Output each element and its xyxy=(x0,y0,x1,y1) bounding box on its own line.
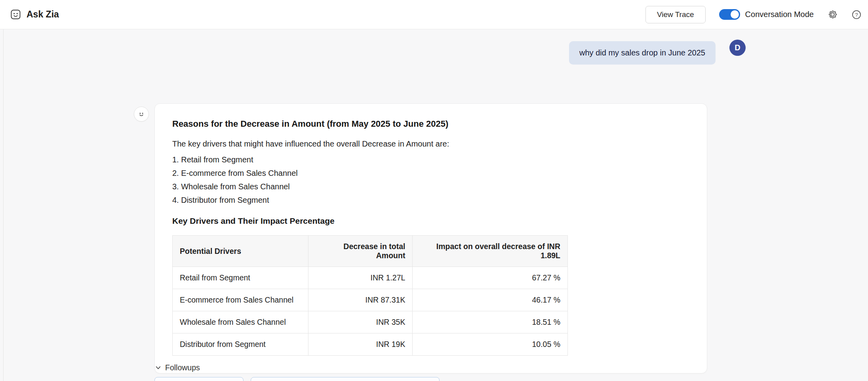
help-button[interactable]: ? xyxy=(851,10,862,20)
table-header-cell: Decrease in total Amount xyxy=(308,236,413,267)
help-icon: ? xyxy=(851,10,862,20)
table-cell: 46.17 % xyxy=(413,289,568,311)
followup-chip[interactable]: Which Sales Channel had the lowest Sales… xyxy=(251,377,440,381)
user-message-row: why did my sales drop in June 2025 D xyxy=(569,41,746,65)
response-subheading: Key Drivers and Their Impact Percentage xyxy=(172,216,689,226)
conversation-mode-label: Conversation Mode xyxy=(745,10,814,19)
app-title: Ask Zia xyxy=(27,9,59,20)
table-header-row: Potential Drivers Decrease in total Amou… xyxy=(173,236,568,267)
response-heading: Reasons for the Decrease in Amount (from… xyxy=(172,119,689,129)
driver-list: 1. Retail from Segment 2. E-commerce fro… xyxy=(172,153,689,207)
conversation-mode-toggle[interactable] xyxy=(719,9,740,20)
table-cell: INR 19K xyxy=(308,333,413,356)
user-avatar: D xyxy=(729,40,746,56)
table-row: Retail from Segment INR 1.27L 67.27 % xyxy=(173,267,568,289)
table-row: Wholesale from Sales Channel INR 35K 18.… xyxy=(173,311,568,333)
zia-face-icon xyxy=(137,110,146,118)
followup-chip[interactable]: Monthly Sales amount xyxy=(154,377,244,381)
table-header-cell: Potential Drivers xyxy=(173,236,308,267)
table-cell: Retail from Segment xyxy=(173,267,308,289)
zia-logo-icon xyxy=(10,9,21,20)
view-trace-button[interactable]: View Trace xyxy=(645,6,706,23)
table-cell: 10.05 % xyxy=(413,333,568,356)
assistant-response-card: Reasons for the Decrease in Amount (from… xyxy=(154,103,707,373)
toggle-knob xyxy=(731,10,739,19)
topbar: Ask Zia View Trace Conversation Mode ? xyxy=(0,0,868,29)
table-cell: E-commerce from Sales Channel xyxy=(173,289,308,311)
user-message-bubble: why did my sales drop in June 2025 xyxy=(569,41,716,65)
table-row: Distributor from Segment INR 19K 10.05 % xyxy=(173,333,568,356)
table-cell: Wholesale from Sales Channel xyxy=(173,311,308,333)
followup-chips: Monthly Sales amount Which Sales Channel… xyxy=(154,377,460,381)
settings-button[interactable] xyxy=(827,9,838,20)
driver-item: 4. Distributor from Segment xyxy=(172,193,689,207)
assistant-avatar xyxy=(134,107,149,122)
followups-label: Followups xyxy=(165,363,200,372)
table-cell: Distributor from Segment xyxy=(173,333,308,356)
driver-item: 1. Retail from Segment xyxy=(172,153,689,166)
table-cell: INR 87.31K xyxy=(308,289,413,311)
brand: Ask Zia xyxy=(10,9,59,20)
table-cell: 67.27 % xyxy=(413,267,568,289)
impact-table: Potential Drivers Decrease in total Amou… xyxy=(172,235,568,356)
table-header-cell: Impact on overall decrease of INR 1.89L xyxy=(413,236,568,267)
table-cell: 18.51 % xyxy=(413,311,568,333)
table-cell: INR 35K xyxy=(308,311,413,333)
driver-item: 3. Wholesale from Sales Channel xyxy=(172,180,689,193)
chevron-down-icon xyxy=(155,365,161,371)
response-intro: The key drivers that might have influenc… xyxy=(172,138,689,150)
table-cell: INR 1.27L xyxy=(308,267,413,289)
conversation-mode-control: Conversation Mode xyxy=(719,9,814,20)
driver-item: 2. E-commerce from Sales Channel xyxy=(172,166,689,180)
followups-toggle[interactable]: Followups xyxy=(155,363,200,372)
svg-text:?: ? xyxy=(855,11,858,17)
gear-icon xyxy=(827,9,838,20)
topbar-actions: View Trace Conversation Mode ? xyxy=(645,6,862,23)
chat-area: why did my sales drop in June 2025 D Rea… xyxy=(0,29,868,381)
table-row: E-commerce from Sales Channel INR 87.31K… xyxy=(173,289,568,311)
